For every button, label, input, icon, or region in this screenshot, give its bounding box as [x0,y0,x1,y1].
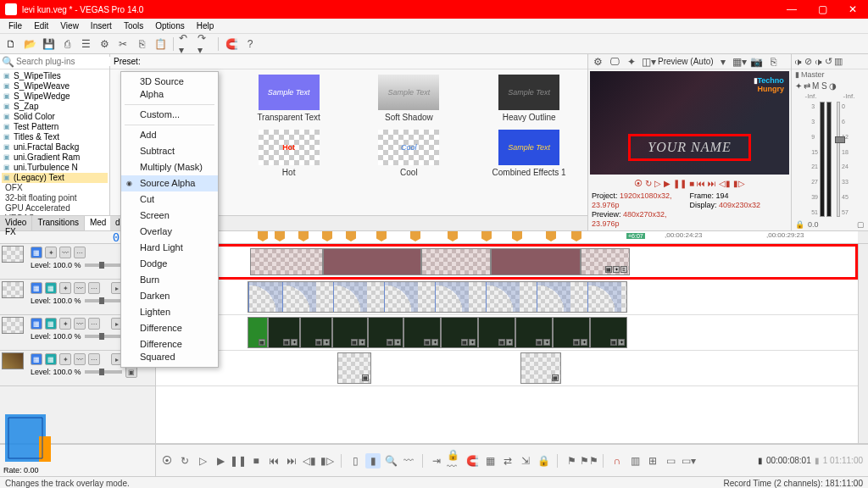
clip[interactable]: ▦ [520,352,561,384]
preset-item[interactable]: Sample TextTransparent Text [234,75,344,125]
menu-tools[interactable]: Tools [119,21,148,30]
plugin-tree[interactable]: S_WipeTiles S_WipeWeave S_WipeWedge S_Za… [0,69,109,215]
loop-icon[interactable]: ↻ [177,453,192,469]
goto-end-icon[interactable]: ⏭ [284,453,299,469]
marker-icon[interactable] [546,231,556,241]
goto-start-icon[interactable]: ⏮ [266,453,281,469]
record-icon[interactable]: ⦿ [159,453,175,469]
undo-icon[interactable]: ↶ ▾ [179,36,194,52]
clip[interactable]: ▦✦ [300,317,332,348]
chevron-down-icon[interactable]: ▾ [715,54,731,69]
snap-icon[interactable]: 🧲 [465,453,480,469]
redo-icon[interactable]: ↷ ▾ [198,36,213,52]
preview-fx-icon[interactable]: ✦ [624,54,639,69]
tree-item[interactable]: S_Zap [2,102,108,112]
tab-video-fx[interactable]: Video FX [0,216,32,230]
play-icon[interactable]: ▶ [664,179,670,188]
menu-file[interactable]: File [3,21,27,30]
mixer-route-icon[interactable]: ⇄ [804,81,810,91]
goto-end-icon[interactable]: ⏭ [708,179,716,188]
tree-item[interactable]: S_WipeTiles [2,71,108,81]
clip[interactable]: ▦✦ [403,317,441,348]
menu-item-screen[interactable]: Screen [121,208,218,224]
properties-icon[interactable]: ☰ [78,36,93,52]
menu-view[interactable]: View [55,21,84,30]
preview-split-icon[interactable]: ◫▾ [641,54,656,69]
lock-envelope-icon[interactable]: 🔒〰 [447,453,462,469]
paste-icon[interactable]: 📋 [153,36,168,52]
snap-markers-icon[interactable]: ⊞ [645,453,660,469]
timeline-scrollbar[interactable] [858,244,868,443]
clip[interactable]: ▦ [337,352,371,384]
marker-icon[interactable] [322,231,332,241]
clip[interactable]: ▦✦ [478,317,515,348]
tree-item[interactable]: uni.Fractal Backg [2,142,108,152]
search-input[interactable] [14,57,125,66]
marker-icon[interactable] [376,231,387,241]
mixer-ms-label[interactable]: M S [812,81,827,91]
region-flag-icon[interactable]: ⚑⚑ [581,453,597,469]
mixer-reset-icon[interactable]: ↺ [825,56,832,67]
cut-icon[interactable]: ✂ [115,36,131,52]
menu-item-source-alpha[interactable]: Source Alpha [121,175,218,191]
preset-item[interactable]: CoolCool [354,130,465,180]
help-icon[interactable]: ? [242,36,258,52]
lock-icon[interactable]: 🔒 [795,220,804,229]
clip[interactable]: ▦ [248,317,268,348]
tab-media[interactable]: Med [85,216,112,230]
preview-snapshot-icon[interactable]: 📷 [749,54,765,69]
menu-item-darken[interactable]: Darken [121,288,218,304]
preset-item[interactable]: Sample TextCombined Effects 1 [474,130,584,180]
marker-icon[interactable] [298,231,309,241]
marker-icon[interactable] [448,231,458,241]
open-icon[interactable]: 📂 [22,36,37,52]
track-area[interactable]: ▦✦≡ ▦ ▦✦ ▦✦ ▦✦ ▦✦ ▦✦ ▦✦ ▦✦ ▦✦ ▦✦ ▦✦ ▦ ▦ [156,244,858,443]
snap-events-icon[interactable]: ▭ [663,453,678,469]
track-motion-icon[interactable]: ▦ [31,247,42,258]
mixer-down-icon[interactable]: 🕩 [814,57,823,67]
track-2[interactable] [156,280,858,315]
menu-item-overlay[interactable]: Overlay [121,224,218,240]
play-icon[interactable]: ▶ [213,453,228,469]
marker-icon[interactable] [481,231,492,241]
snap-grid-icon[interactable]: ▥ [627,453,643,469]
menu-item-difference[interactable]: Difference [121,320,218,336]
next-frame-icon[interactable]: ▮▷ [320,453,335,469]
autocrossfade-icon[interactable]: ⇄ [500,453,515,469]
close-button[interactable]: ✕ [837,0,868,19]
snap-icon[interactable]: 🧲 [224,36,239,52]
clip[interactable]: ▦✦ [515,317,553,348]
record-icon[interactable]: ⦿ [634,179,643,188]
clip[interactable] [491,248,581,275]
menu-edit[interactable]: Edit [29,21,53,30]
tree-item[interactable]: S_WipeWeave [2,81,108,92]
marker-icon[interactable] [275,231,285,241]
preview-external-icon[interactable]: 🖵 [607,54,622,69]
more-icon[interactable]: ⋯ [74,247,86,258]
auto-ripple-icon[interactable]: ⇥ [429,453,444,469]
clip[interactable] [421,248,491,275]
mixer-dim-icon[interactable]: 🕩 [793,57,803,67]
tree-item[interactable]: uni.Turbulence N [2,163,108,173]
clip[interactable]: ▦✦ [268,317,300,348]
preset-item[interactable]: HotHot [234,130,344,180]
render-icon[interactable]: ⎙ [59,36,75,52]
lock-icon[interactable]: 🔒 [536,453,551,469]
clip[interactable]: ▦✦≡ [581,248,630,275]
tab-transitions[interactable]: Transitions [32,216,85,230]
tree-item[interactable]: Titles & Text [2,132,108,142]
automation-icon[interactable]: 〰 [59,247,71,258]
settings-gear-icon[interactable]: ⚙ [97,36,112,52]
play-start-icon[interactable]: ▷ [654,179,661,188]
pause-icon[interactable]: ❚❚ [231,453,246,469]
mixer-mute-icon[interactable]: ⊘ [804,56,812,67]
preview-quality[interactable]: Preview (Auto) [658,57,714,66]
tree-item[interactable]: uni.Gradient Ram [2,152,108,163]
preview-overlay-icon[interactable]: ▦▾ [732,54,748,69]
mixer-fx-icon[interactable]: ▥ [834,56,843,67]
clip[interactable] [248,281,627,313]
track-4[interactable]: ▦ ▦ [156,351,858,386]
stop-icon[interactable]: ■ [689,179,694,188]
new-icon[interactable]: 🗋 [3,36,19,52]
track-fx-icon[interactable]: ✦ [45,247,57,258]
